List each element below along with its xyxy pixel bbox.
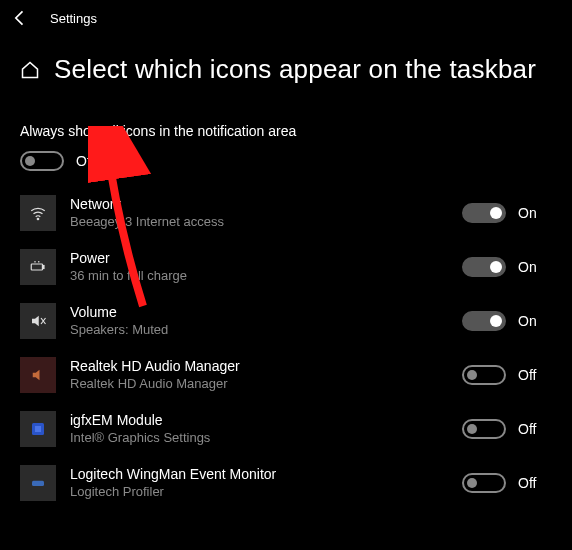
row-toggle-wrap: Off (462, 473, 552, 493)
item-toggle-state: Off (518, 421, 536, 437)
svg-rect-2 (43, 266, 45, 269)
realtek-icon (20, 357, 56, 393)
icon-text: igfxEM ModuleIntel® Graphics Settings (70, 411, 450, 446)
icon-row: igfxEM ModuleIntel® Graphics SettingsOff (20, 411, 552, 447)
item-toggle-state: Off (518, 367, 536, 383)
power-icon (20, 249, 56, 285)
icon-text: Power36 min to full charge (70, 249, 450, 284)
item-toggle[interactable] (462, 311, 506, 331)
icon-row: VolumeSpeakers: MutedOn (20, 303, 552, 339)
icon-subtitle: Speakers: Muted (70, 322, 450, 339)
icon-list: NetworkBeeagey 3 Internet accessOnPower3… (0, 181, 572, 501)
icon-row: Realtek HD Audio ManagerRealtek HD Audio… (20, 357, 552, 393)
icon-text: VolumeSpeakers: Muted (70, 303, 450, 338)
row-toggle-wrap: On (462, 311, 552, 331)
svg-point-0 (37, 218, 39, 220)
volume-muted-icon (20, 303, 56, 339)
item-toggle[interactable] (462, 257, 506, 277)
master-toggle-section: Always show all icons in the notificatio… (0, 95, 572, 181)
page-title: Select which icons appear on the taskbar (54, 54, 536, 85)
intel-icon (20, 411, 56, 447)
home-icon[interactable] (20, 60, 40, 80)
icon-title: Volume (70, 303, 450, 321)
svg-rect-4 (35, 426, 41, 432)
icon-subtitle: Logitech Profiler (70, 484, 450, 501)
icon-title: igfxEM Module (70, 411, 450, 429)
item-toggle[interactable] (462, 365, 506, 385)
icon-title: Realtek HD Audio Manager (70, 357, 450, 375)
page-header: Select which icons appear on the taskbar (0, 36, 572, 95)
item-toggle-state: Off (518, 475, 536, 491)
network-icon (20, 195, 56, 231)
master-toggle[interactable] (20, 151, 64, 171)
icon-row: NetworkBeeagey 3 Internet accessOn (20, 195, 552, 231)
svg-rect-5 (32, 481, 44, 486)
item-toggle[interactable] (462, 203, 506, 223)
icon-title: Network (70, 195, 450, 213)
item-toggle-state: On (518, 205, 537, 221)
svg-rect-1 (31, 264, 42, 270)
back-button[interactable] (10, 8, 30, 28)
row-toggle-wrap: Off (462, 365, 552, 385)
row-toggle-wrap: Off (462, 419, 552, 439)
icon-text: Logitech WingMan Event MonitorLogitech P… (70, 465, 450, 500)
item-toggle[interactable] (462, 419, 506, 439)
icon-subtitle: Realtek HD Audio Manager (70, 376, 450, 393)
row-toggle-wrap: On (462, 257, 552, 277)
item-toggle[interactable] (462, 473, 506, 493)
icon-row: Power36 min to full chargeOn (20, 249, 552, 285)
row-toggle-wrap: On (462, 203, 552, 223)
titlebar: Settings (0, 0, 572, 36)
logitech-icon (20, 465, 56, 501)
icon-row: Logitech WingMan Event MonitorLogitech P… (20, 465, 552, 501)
icon-text: Realtek HD Audio ManagerRealtek HD Audio… (70, 357, 450, 392)
icon-title: Power (70, 249, 450, 267)
app-title: Settings (50, 11, 97, 26)
master-toggle-state: Off (76, 153, 94, 169)
icon-subtitle: Beeagey 3 Internet access (70, 214, 450, 231)
item-toggle-state: On (518, 313, 537, 329)
icon-subtitle: 36 min to full charge (70, 268, 450, 285)
item-toggle-state: On (518, 259, 537, 275)
icon-text: NetworkBeeagey 3 Internet access (70, 195, 450, 230)
master-toggle-label: Always show all icons in the notificatio… (20, 123, 552, 139)
icon-subtitle: Intel® Graphics Settings (70, 430, 450, 447)
icon-title: Logitech WingMan Event Monitor (70, 465, 450, 483)
